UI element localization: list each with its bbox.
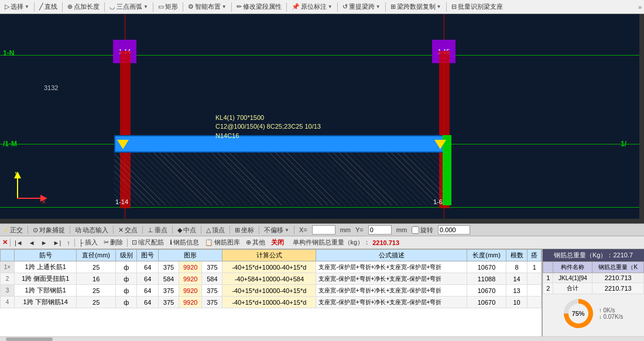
cell-grade: ф — [115, 285, 136, 297]
status-rotate-input[interactable] — [438, 225, 470, 235]
rebar-table: 筋号 直径(mm) 级别 图号 图形 计算公式 公式描述 长度(mm) 根数 搭… — [0, 249, 542, 308]
toolbar-batch-identify[interactable]: ⊟ 批量识别梁支座 — [449, 2, 505, 11]
table-scrollbar-h[interactable] — [0, 336, 644, 341]
status-sep3 — [113, 226, 114, 234]
status-rotate-checkbox[interactable] — [412, 226, 419, 234]
cell-right-dim: 584 — [202, 273, 222, 285]
status-x-input[interactable] — [312, 225, 335, 235]
nav-up[interactable]: ↑ — [65, 239, 72, 246]
status-vertex[interactable]: △ 顶点 — [206, 226, 225, 235]
status-bar: ✓ 正交 ⊙ 对象捕捉 动 动态输入 ✕ 交点 ⊥ 垂点 ◆ 中点 △ 顶点 ⊞… — [0, 223, 644, 236]
action-delete[interactable]: ✂删除 — [102, 238, 125, 247]
cell-right-dim: 375 — [202, 285, 222, 297]
cell-grade: ф — [115, 261, 136, 273]
toolbar-sep6 — [231, 2, 232, 12]
right-table-row[interactable]: 1 JKL4(1)[94 2210.713 — [543, 273, 644, 283]
toolbar-copy-data[interactable]: ⊞ 梁跨数据复制 ▼ — [388, 2, 444, 11]
status-y-input[interactable] — [368, 225, 392, 235]
action-rebar-info[interactable]: ℹ钢筋信息 — [168, 238, 201, 247]
canvas-area[interactable]: 1-14 1-15 KL4(1) 700*1500 C12@100/150(4)… — [0, 14, 644, 223]
status-dynamic-input[interactable]: 动 动态输入 — [75, 226, 108, 235]
toolbar-line[interactable]: ╱ 直线 — [37, 2, 60, 11]
status-perp[interactable]: ⊥ 垂点 — [148, 226, 167, 235]
right-th-num — [543, 262, 553, 273]
table-row[interactable]: 1× 1跨 上通长筋1 25 ф 64 375 9920 375 -40+15*… — [1, 261, 542, 273]
main-table-area[interactable]: 筋号 直径(mm) 级别 图号 图形 计算公式 公式描述 长度(mm) 根数 搭… — [0, 249, 542, 336]
status-x-label: X= — [299, 226, 307, 233]
table-row[interactable]: 2 1跨 侧面受扭筋1 16 ф 64 584 9920 584 -40+584… — [1, 273, 542, 285]
status-ortho[interactable]: ✓ 正交 — [4, 226, 23, 235]
action-close[interactable]: 关闭 — [269, 238, 286, 247]
cell-calc-formula: -40+584+10000-40+584 — [222, 273, 316, 285]
nav-next[interactable]: ► — [39, 239, 49, 246]
action-scale[interactable]: ⊡缩尺配筋 — [130, 238, 166, 247]
toolbar-sep — [34, 2, 35, 12]
status-sep4 — [142, 226, 143, 234]
cell-calc-formula: -40+15*d+10000-40+15*d — [222, 261, 316, 273]
cell-left-dim: 375 — [158, 297, 179, 308]
toolbar-expand[interactable]: » — [638, 4, 642, 11]
table-wrapper: 筋号 直径(mm) 级别 图号 图形 计算公式 公式描述 长度(mm) 根数 搭… — [0, 249, 644, 336]
speed-info: ↑ 0K/s ↓ 0.07K/s — [599, 307, 624, 320]
toolbar-point-length[interactable]: ⊕ 点加长度 — [65, 2, 102, 11]
cell-formula: 9920 — [179, 297, 201, 308]
toolbar-select[interactable]: ▷ 选择 ▼ — [2, 2, 32, 11]
cell-name: 1跨 下部钢筋14 — [15, 297, 77, 308]
right-cell-weight: 2210.713 — [592, 283, 644, 294]
right-cell-name: 合计 — [553, 283, 592, 294]
toolbar-rect[interactable]: ▭ 矩形 — [156, 2, 180, 11]
status-sep5 — [172, 226, 173, 234]
nav-prev[interactable]: ◄ — [27, 239, 37, 246]
th-fig-num: 图号 — [137, 250, 158, 261]
table-row[interactable]: 4 1跨 下部钢筋14 25 ф 64 375 9920 375 -40+15*… — [1, 297, 542, 308]
cell-diameter: 25 — [77, 285, 116, 297]
progress-circle: 75% — [564, 299, 593, 328]
status-rotate-label[interactable]: 旋转 — [412, 226, 433, 235]
action-other[interactable]: ⊕其他 — [244, 238, 267, 247]
th-diameter: 直径(mm) — [77, 250, 116, 261]
toolbar-arc[interactable]: ◡ 三点画弧 ▼ — [107, 2, 150, 11]
col-label-1-14-bot: 1-14 — [115, 198, 128, 205]
col-body-right — [439, 51, 450, 136]
toolbar-sep9 — [385, 2, 386, 12]
action-rebar-lib[interactable]: 📋钢筋图库 — [203, 238, 242, 247]
bt-sep0 — [10, 239, 11, 247]
toolbar-smart[interactable]: ⚙ 智能布置 ▼ — [186, 2, 229, 11]
cell-row-num: 4 — [1, 297, 15, 308]
cell-length: 10670 — [467, 285, 506, 297]
right-table-row[interactable]: 2 合计 2210.713 — [543, 283, 644, 294]
right-th-weight: 钢筋总重量（K — [592, 262, 644, 273]
cell-fig-num: 64 — [137, 273, 158, 285]
table-row[interactable]: 3 1跨 下部钢筋1 25 ф 64 375 9920 375 -40+15*d… — [1, 285, 542, 297]
cell-description: 支座宽-保护层+弯折+净长+支座宽-保护层+弯折 — [316, 261, 467, 273]
toolbar-re-extract[interactable]: ↺ 重提梁跨 ▼ — [340, 2, 383, 11]
cell-description: 支座宽-保护层+弯折+净长+支座宽-保护层+弯折 — [316, 297, 467, 308]
canvas-scrollbar-h[interactable] — [0, 219, 644, 223]
status-intersect[interactable]: ✕ 交点 — [118, 226, 138, 235]
cell-row-num: 3 — [1, 285, 15, 297]
toolbar-original-mark[interactable]: 📌 原位标注 ▼ — [289, 2, 335, 11]
right-panel: 钢筋总重量（Kg）：2210.7 构件名称 钢筋总重量（K 1 JKL4(1)[… — [542, 249, 644, 336]
status-midpoint[interactable]: ◆ 中点 — [177, 226, 196, 235]
scrollbar-thumb[interactable] — [6, 337, 53, 341]
cell-length: 10670 — [467, 297, 506, 308]
svg-text:Y: Y — [14, 172, 18, 175]
col-body-left — [120, 51, 131, 136]
status-object-snap[interactable]: ⊙ 对象捕捉 — [33, 226, 65, 235]
status-sep8 — [259, 226, 259, 234]
toolbar-modify-prop[interactable]: ✏ 修改梁段属性 — [234, 2, 284, 11]
action-insert[interactable]: ├插入 — [77, 238, 100, 247]
th-formula: 计算公式 — [222, 250, 316, 261]
cell-calc-formula: -40+15*d+10000-40+15*d — [222, 297, 316, 308]
canvas-scrollbar-v[interactable] — [639, 14, 644, 223]
cell-description: 支座宽-保护层+弯折+净长+支座宽-保护层+弯折 — [316, 285, 467, 297]
cell-name: 1跨 上通长筋1 — [15, 261, 77, 273]
toolbar-sep4 — [153, 2, 153, 12]
status-no-offset[interactable]: 不偏移 ▼ — [264, 226, 289, 235]
close-x-btn[interactable]: ✕ — [2, 239, 8, 246]
cell-count: 10 — [506, 297, 527, 308]
status-coord[interactable]: ⊞ 坐标 — [235, 226, 254, 235]
nav-first[interactable]: |◄ — [13, 239, 25, 246]
nav-last[interactable]: ►| — [52, 239, 63, 246]
status-sep9 — [294, 226, 294, 234]
